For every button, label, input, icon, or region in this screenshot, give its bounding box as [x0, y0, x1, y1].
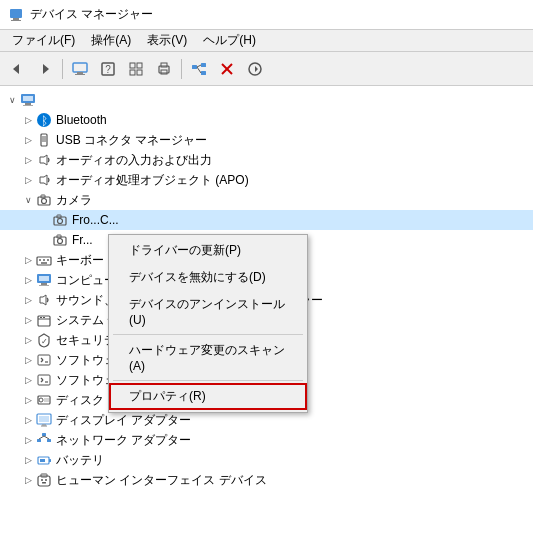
keyboard-icon: [36, 252, 52, 268]
context-menu-update-driver[interactable]: ドライバーの更新(P): [109, 237, 307, 264]
tree-item-hid[interactable]: ▷ ヒューマン インターフェイス デバイス: [0, 470, 533, 490]
camera-front2-icon: [52, 232, 68, 248]
context-menu-scan-hardware[interactable]: ハードウェア変更のスキャン(A): [109, 337, 307, 378]
battery-label: バッテリ: [56, 452, 104, 469]
svg-rect-79: [47, 439, 51, 442]
network-expander[interactable]: ▷: [20, 432, 36, 448]
audio-proc-expander[interactable]: ▷: [20, 172, 36, 188]
back-icon: [9, 61, 25, 77]
svg-rect-6: [77, 72, 83, 74]
display-expander[interactable]: ▷: [20, 412, 36, 428]
tree-item-audio-io[interactable]: ▷ オーディオの入力および出力: [0, 150, 533, 170]
camera-front2-label: Fr...: [72, 233, 93, 247]
hid-expander[interactable]: ▷: [20, 472, 36, 488]
svg-rect-7: [75, 74, 85, 75]
svg-line-21: [197, 67, 201, 73]
camera-expander[interactable]: ∨: [20, 192, 36, 208]
context-menu-uninstall-device[interactable]: デバイスのアンインストール(U): [109, 291, 307, 332]
svg-rect-0: [10, 9, 22, 18]
security-expander[interactable]: ▷: [20, 332, 36, 348]
context-menu-properties[interactable]: プロパティ(R): [109, 383, 307, 410]
network-button[interactable]: [186, 56, 212, 82]
sound-expander[interactable]: ▷: [20, 292, 36, 308]
computer-root-icon: [20, 92, 36, 108]
svg-rect-18: [201, 63, 206, 67]
svg-rect-2: [11, 20, 21, 21]
usb-expander[interactable]: ▷: [20, 132, 36, 148]
forward-icon: [37, 61, 53, 77]
svg-rect-46: [39, 259, 41, 261]
svg-line-20: [197, 65, 201, 67]
root-expander[interactable]: ∨: [4, 92, 20, 108]
svg-text:?: ?: [105, 64, 111, 75]
context-menu-sep-1: [113, 334, 303, 335]
print-button[interactable]: [151, 56, 177, 82]
tree-root[interactable]: ∨: [0, 90, 533, 110]
menu-action[interactable]: 操作(A): [83, 30, 139, 51]
tree-item-usb[interactable]: ▷ USB コネクタ マネージャー: [0, 130, 533, 150]
svg-point-88: [45, 479, 47, 481]
help-button[interactable]: ?: [95, 56, 121, 82]
svg-point-87: [41, 479, 43, 481]
svg-rect-51: [39, 276, 49, 281]
toolbar-sep-1: [62, 59, 63, 79]
camera-front1-label: Fro...C...: [72, 213, 119, 227]
bluetooth-expander[interactable]: ▷: [20, 112, 36, 128]
keyboard-label: キーボード: [56, 252, 116, 269]
menu-help[interactable]: ヘルプ(H): [195, 30, 264, 51]
svg-marker-25: [252, 66, 258, 72]
computer-sub-icon: [36, 272, 52, 288]
svg-rect-12: [130, 70, 135, 75]
hid-icon: [36, 472, 52, 488]
svg-rect-57: [40, 317, 42, 318]
sound-icon: [36, 292, 52, 308]
software-dev-icon: [36, 352, 52, 368]
svg-line-81: [44, 436, 49, 439]
svg-rect-84: [40, 459, 45, 462]
delete-button[interactable]: [214, 56, 240, 82]
keyboard-expander[interactable]: ▷: [20, 252, 36, 268]
software-dev-expander[interactable]: ▷: [20, 352, 36, 368]
back-button[interactable]: [4, 56, 30, 82]
computer-expander[interactable]: ▷: [20, 272, 36, 288]
disk-expander[interactable]: ▷: [20, 392, 36, 408]
audio-io-expander[interactable]: ▷: [20, 152, 36, 168]
tree-item-network[interactable]: ▷ ネットワーク アダプター: [0, 430, 533, 450]
svg-rect-53: [39, 285, 49, 286]
menu-view[interactable]: 表示(V): [139, 30, 195, 51]
svg-marker-34: [40, 155, 47, 165]
software-expander[interactable]: ▷: [20, 372, 36, 388]
svg-rect-64: [38, 375, 50, 385]
svg-rect-47: [43, 259, 45, 261]
svg-point-43: [58, 239, 63, 244]
forward-button[interactable]: [32, 56, 58, 82]
svg-line-66: [41, 380, 43, 382]
svg-rect-13: [137, 70, 142, 75]
tree-item-bluetooth[interactable]: ▷ ᛒ Bluetooth: [0, 110, 533, 130]
tree-item-audio-proc[interactable]: ▷ オーディオ処理オブジェクト (APO): [0, 170, 533, 190]
svg-marker-3: [13, 64, 19, 74]
tree-item-camera[interactable]: ∨ カメラ: [0, 190, 533, 210]
bluetooth-icon: ᛒ: [36, 112, 52, 128]
svg-rect-78: [37, 439, 41, 442]
tree-item-battery[interactable]: ▷ バッテリ: [0, 450, 533, 470]
svg-rect-83: [49, 459, 51, 462]
print-icon: [156, 61, 172, 77]
computer-button[interactable]: [67, 56, 93, 82]
svg-text:ᛒ: ᛒ: [41, 114, 48, 128]
svg-rect-27: [23, 96, 33, 101]
network-tree-icon: [36, 432, 52, 448]
audio-proc-label: オーディオ処理オブジェクト (APO): [56, 172, 249, 189]
tree-item-display[interactable]: ▷ ディスプレイ アダプター: [0, 410, 533, 430]
svg-point-69: [39, 398, 43, 402]
tree-item-camera-front1[interactable]: ▷ Fro...C...: [0, 210, 533, 230]
download-button[interactable]: [242, 56, 268, 82]
grid-button[interactable]: [123, 56, 149, 82]
context-menu-disable-device[interactable]: デバイスを無効にする(D): [109, 264, 307, 291]
svg-line-62: [41, 360, 43, 362]
battery-expander[interactable]: ▷: [20, 452, 36, 468]
system-expander[interactable]: ▷: [20, 312, 36, 328]
svg-point-40: [58, 219, 63, 224]
title-bar-icon: [8, 7, 24, 23]
menu-file[interactable]: ファイル(F): [4, 30, 83, 51]
